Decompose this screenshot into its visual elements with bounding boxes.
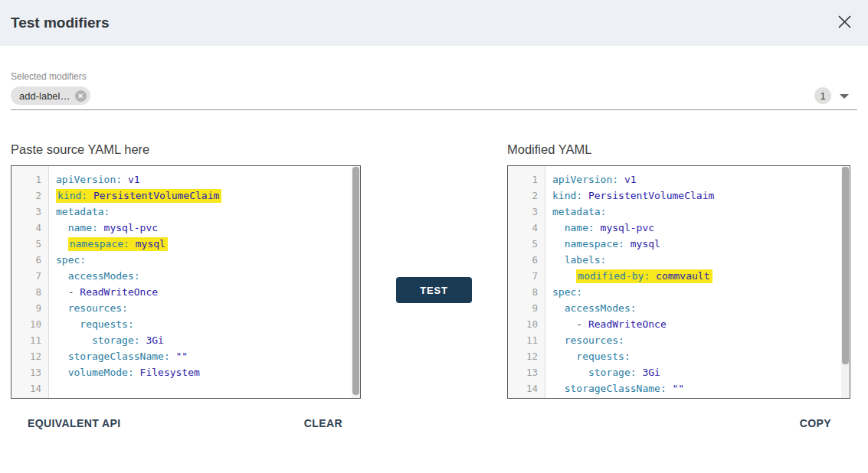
- code-line: 7 accessModes:: [11, 268, 352, 284]
- equivalent-api-button[interactable]: EQUIVALENT API: [28, 417, 121, 429]
- code-line: 4 name: mysql-pvc: [11, 220, 352, 236]
- code-line: 10 requests:: [11, 316, 352, 332]
- code-text: [48, 380, 56, 396]
- code-text: kind: PersistentVolumeClaim: [48, 188, 221, 204]
- scrollbar-thumb[interactable]: [352, 167, 359, 395]
- line-number: 7: [11, 268, 48, 284]
- test-button[interactable]: TEST: [396, 277, 472, 303]
- line-number: 5: [11, 236, 48, 252]
- dialog-header: Test modifiers: [0, 0, 868, 46]
- modified-yaml-viewer[interactable]: 1apiVersion: v12kind: PersistentVolumeCl…: [507, 165, 850, 399]
- code-text: resources:: [48, 300, 128, 316]
- line-number: 9: [11, 300, 48, 316]
- code-text: name: mysql-pvc: [545, 220, 654, 236]
- code-text: resources:: [545, 332, 624, 348]
- modified-viewer-scrollbar[interactable]: [841, 166, 850, 398]
- scrollbar-thumb[interactable]: [842, 167, 849, 364]
- code-text: namespace: mysql: [545, 236, 660, 252]
- code-text: metadata:: [48, 204, 110, 220]
- code-text: volumeMode: Filesystem: [48, 364, 200, 380]
- code-line: 1apiVersion: v1: [11, 171, 352, 188]
- clear-button[interactable]: CLEAR: [304, 417, 342, 429]
- line-number: 1: [11, 171, 48, 188]
- code-text: storageClassName: "": [48, 348, 188, 364]
- code-line: 2kind: PersistentVolumeClaim: [11, 188, 352, 204]
- line-number: 4: [11, 220, 48, 236]
- code-text: accessModes:: [545, 300, 637, 316]
- line-number: 2: [508, 188, 545, 204]
- code-line: 9 resources:: [11, 300, 352, 316]
- code-text: storage: 3Gi: [48, 332, 164, 348]
- code-text: requests:: [48, 316, 134, 332]
- code-line: 4 name: mysql-pvc: [508, 220, 841, 236]
- line-number: 12: [11, 348, 48, 364]
- code-line: 3metadata:: [508, 204, 841, 220]
- line-number: 7: [508, 268, 545, 284]
- code-line: 8spec:: [508, 284, 841, 300]
- line-number: 8: [508, 284, 545, 300]
- code-text: name: mysql-pvc: [48, 220, 158, 236]
- highlighted-code: modified-by: commvault: [576, 269, 712, 283]
- code-text: apiVersion: v1: [48, 171, 140, 188]
- line-number: 3: [508, 204, 545, 220]
- selected-modifiers-field[interactable]: add-label… ×: [11, 86, 90, 106]
- line-number: 9: [508, 300, 545, 316]
- modified-yaml-code: 1apiVersion: v12kind: PersistentVolumeCl…: [508, 166, 841, 398]
- chevron-down-icon[interactable]: [840, 94, 849, 99]
- code-line: 12 requests:: [508, 348, 841, 364]
- code-text: storageClassName: "": [545, 380, 684, 396]
- code-text: spec:: [545, 284, 582, 300]
- code-line: 10 - ReadWriteOnce: [508, 316, 841, 332]
- code-line: 3metadata:: [11, 204, 352, 220]
- close-button[interactable]: [834, 13, 854, 33]
- line-number: 13: [508, 364, 545, 380]
- line-number: 13: [11, 364, 48, 380]
- line-number: 2: [11, 188, 48, 204]
- code-line: 9 accessModes:: [508, 300, 841, 316]
- code-line: 11 resources:: [508, 332, 841, 348]
- line-number: 1: [508, 171, 545, 188]
- line-number: 3: [11, 204, 48, 220]
- modifier-chip[interactable]: add-label… ×: [11, 86, 90, 105]
- code-line: 14: [11, 380, 352, 396]
- line-number: 10: [11, 316, 48, 332]
- line-number: 4: [508, 220, 545, 236]
- line-number: 11: [11, 332, 48, 348]
- line-number: 14: [11, 380, 48, 396]
- code-line: 14 storageClassName: "": [508, 380, 841, 396]
- code-text: requests:: [545, 348, 631, 364]
- line-number: 14: [508, 380, 545, 396]
- highlighted-code: kind: PersistentVolumeClaim: [56, 189, 221, 203]
- code-line: 11 storage: 3Gi: [11, 332, 352, 348]
- code-text: labels:: [545, 252, 606, 268]
- line-number: 6: [508, 252, 545, 268]
- selected-modifiers-label: Selected modifiers: [11, 71, 87, 82]
- line-number: 12: [508, 348, 545, 364]
- code-text: metadata:: [545, 204, 606, 220]
- source-yaml-editor[interactable]: 1apiVersion: v12kind: PersistentVolumeCl…: [11, 165, 361, 399]
- field-underline: [11, 109, 857, 110]
- line-number: 11: [508, 332, 545, 348]
- code-line: 13 storage: 3Gi: [508, 364, 841, 380]
- source-yaml-code[interactable]: 1apiVersion: v12kind: PersistentVolumeCl…: [11, 166, 352, 398]
- chip-remove-icon[interactable]: ×: [75, 90, 87, 102]
- source-editor-scrollbar[interactable]: [352, 166, 360, 398]
- code-line: 12 storageClassName: "": [11, 348, 352, 364]
- line-number: 10: [508, 316, 545, 332]
- code-line: 8 - ReadWriteOnce: [11, 284, 352, 300]
- code-text: modified-by: commvault: [545, 268, 712, 284]
- code-line: 5 namespace: mysql: [508, 236, 841, 252]
- code-line: 5 namespace: mysql: [11, 236, 352, 252]
- code-text: - ReadWriteOnce: [48, 284, 158, 300]
- code-line: 2kind: PersistentVolumeClaim: [508, 188, 841, 204]
- modifier-chip-label: add-label…: [19, 90, 70, 102]
- copy-button[interactable]: COPY: [800, 417, 831, 429]
- dialog-title: Test modifiers: [11, 15, 109, 31]
- code-text: kind: PersistentVolumeClaim: [545, 188, 714, 204]
- code-text: apiVersion: v1: [545, 171, 637, 188]
- modified-yaml-title: Modified YAML: [507, 142, 591, 157]
- highlighted-code: namespace: mysql: [68, 237, 168, 251]
- code-text: storage: 3Gi: [545, 364, 660, 380]
- code-text: accessModes:: [48, 268, 140, 284]
- line-number: 5: [508, 236, 545, 252]
